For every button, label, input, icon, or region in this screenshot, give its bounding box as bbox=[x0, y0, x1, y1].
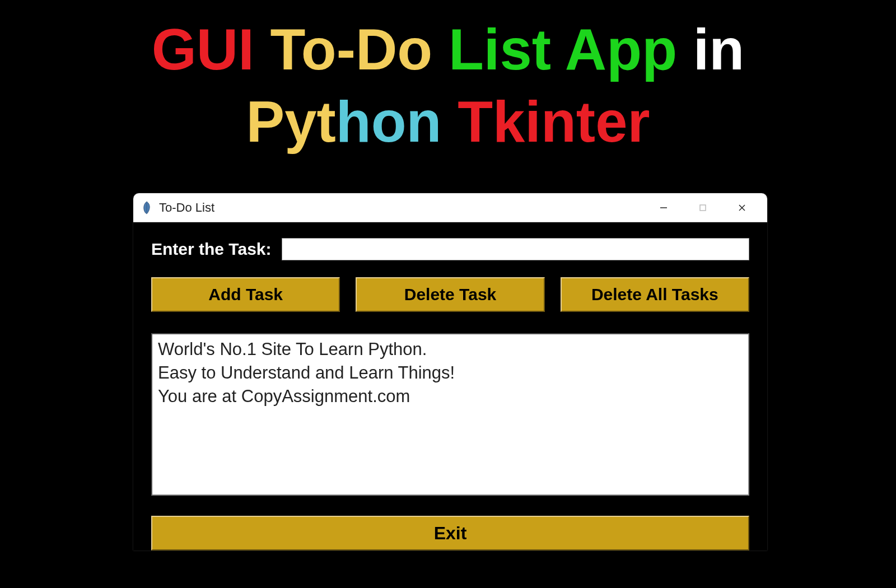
task-input-label: Enter the Task: bbox=[151, 240, 272, 259]
task-input[interactable] bbox=[282, 238, 750, 260]
exit-button[interactable]: Exit bbox=[151, 516, 749, 550]
window-title: To-Do List bbox=[159, 200, 644, 215]
list-item[interactable]: You are at CopyAssignment.com bbox=[158, 385, 743, 408]
add-task-button[interactable]: Add Task bbox=[151, 277, 340, 312]
headline-word-pyt: Pyt bbox=[246, 90, 335, 154]
window-controls bbox=[644, 194, 762, 222]
headline-word-tkinter: Tkinter bbox=[458, 90, 650, 154]
tkinter-feather-icon bbox=[141, 200, 152, 215]
maximize-button[interactable] bbox=[683, 194, 722, 222]
headline-word-todo: To-Do bbox=[270, 17, 433, 82]
headline-word-gui: GUI bbox=[152, 17, 254, 82]
svg-rect-1 bbox=[700, 205, 706, 211]
close-button[interactable] bbox=[722, 194, 762, 222]
delete-all-tasks-button[interactable]: Delete All Tasks bbox=[561, 277, 749, 312]
task-input-row: Enter the Task: bbox=[151, 238, 749, 260]
list-item[interactable]: Easy to Understand and Learn Things! bbox=[158, 361, 743, 385]
minimize-button[interactable] bbox=[644, 194, 683, 222]
task-listbox[interactable]: World's No.1 Site To Learn Python. Easy … bbox=[151, 333, 749, 496]
page-headline: GUI To-Do List App in Python Tkinter bbox=[0, 0, 896, 158]
headline-word-listapp: List App bbox=[449, 17, 677, 82]
app-window: To-Do List Enter the Task: Add Task Dele… bbox=[133, 193, 767, 550]
window-body: Enter the Task: Add Task Delete Task Del… bbox=[133, 222, 767, 550]
list-item[interactable]: World's No.1 Site To Learn Python. bbox=[158, 338, 743, 361]
headline-word-hon: hon bbox=[336, 90, 442, 154]
headline-word-in: in bbox=[693, 17, 745, 82]
action-button-row: Add Task Delete Task Delete All Tasks bbox=[151, 277, 749, 312]
window-titlebar[interactable]: To-Do List bbox=[133, 193, 767, 222]
delete-task-button[interactable]: Delete Task bbox=[356, 277, 544, 312]
